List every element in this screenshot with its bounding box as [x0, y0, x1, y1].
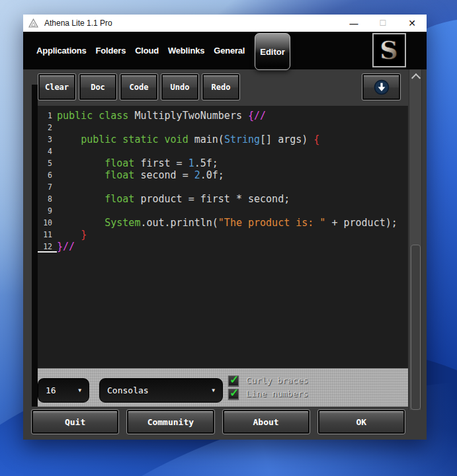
scroll-up-icon[interactable] — [411, 73, 421, 83]
code-line: 1public class MultiplyTwoNumbers {// — [38, 110, 408, 122]
panel-left-edge — [32, 85, 38, 407]
code-token: String — [224, 134, 260, 145]
content-frame: ClearDocCodeUndoRedo 1public class Multi… — [23, 69, 427, 440]
minimize-button[interactable]: — — [339, 15, 368, 32]
code-line: 10 System.out.println("The product is: "… — [38, 217, 408, 229]
code-token: + product); — [325, 217, 397, 229]
code-token: {// — [248, 110, 266, 122]
code-token: System — [104, 217, 140, 229]
code-token: float — [104, 157, 134, 169]
menu-item-cloud[interactable]: Cloud — [135, 46, 159, 56]
code-token: second = — [134, 169, 194, 181]
footer-buttons: QuitCommunityAboutOK — [32, 410, 405, 434]
code-token: 1 — [188, 157, 194, 169]
community-button[interactable]: Community — [127, 410, 214, 434]
redo-button[interactable]: Redo — [202, 74, 239, 100]
menu-item-applications[interactable]: Applications — [36, 46, 87, 56]
code-line: 8 float product = first * second; — [38, 193, 408, 205]
menu-item-folders[interactable]: Folders — [96, 46, 126, 56]
down-arrow-icon — [374, 79, 390, 95]
checkbox-label: Line numbers — [246, 389, 308, 399]
menu-item-weblinks[interactable]: Weblinks — [168, 46, 204, 56]
line-number: 12 — [38, 241, 57, 253]
code-token: .5f; — [194, 157, 218, 169]
code-line: 7 — [38, 181, 408, 193]
code-line: 6 float second = 2.0f; — [38, 169, 408, 181]
line-number: 8 — [38, 193, 57, 205]
chevron-down-icon: ▼ — [212, 387, 215, 393]
code-token: .out.println( — [140, 217, 218, 229]
code-token: MultiplyTwoNumbers — [128, 110, 248, 122]
line-number: 10 — [38, 217, 57, 229]
app-triangle-icon — [28, 19, 39, 28]
code-token — [57, 134, 81, 145]
window-title: Athena Lite 1.1 Pro — [44, 19, 112, 28]
menu-bar: ApplicationsFoldersCloudWeblinksGeneral … — [23, 32, 427, 69]
font-size-dropdown[interactable]: 16 ▼ — [38, 378, 89, 403]
font-family-dropdown[interactable]: Consolas ▼ — [99, 378, 223, 403]
tab-editor[interactable]: Editor — [255, 33, 290, 70]
code-token: [] args) — [260, 134, 313, 145]
close-button[interactable]: ✕ — [397, 15, 427, 32]
title-bar: Athena Lite 1.1 Pro — ☐ ✕ — [23, 15, 427, 32]
code-token — [57, 229, 81, 241]
code-line: 3 public static void main(String[] args)… — [38, 134, 408, 145]
menu-item-general[interactable]: General — [214, 46, 245, 56]
chevron-down-icon: ▼ — [78, 387, 81, 393]
maximize-button[interactable]: ☐ — [368, 15, 397, 32]
code-token: first = — [134, 157, 188, 169]
code-token: 2 — [194, 169, 200, 181]
line-number: 6 — [38, 169, 57, 181]
code-token: "The product is: " — [218, 217, 326, 229]
checkbox[interactable]: ✓ — [228, 389, 239, 399]
line-number: 3 — [38, 134, 57, 145]
code-token: product = first * second; — [134, 193, 290, 205]
toolbar: ClearDocCodeUndoRedo — [38, 74, 239, 100]
code-token: .0f; — [200, 169, 224, 181]
code-token — [57, 193, 104, 205]
window-controls: — ☐ ✕ — [339, 15, 427, 32]
download-arrow-button[interactable] — [362, 74, 400, 100]
code-token — [57, 157, 104, 169]
scrollbar-thumb[interactable] — [411, 245, 421, 410]
app-logo: S — [372, 33, 406, 67]
doc-button[interactable]: Doc — [79, 74, 116, 100]
svg-text:S: S — [380, 36, 397, 65]
font-family-value: Consolas — [107, 385, 149, 395]
app-window: Athena Lite 1.1 Pro — ☐ ✕ ApplicationsFo… — [23, 15, 427, 440]
code-token: float — [104, 169, 134, 181]
monogram-icon: S — [375, 36, 403, 65]
checkbox-row-line-numbers: ✓Line numbers — [228, 387, 308, 400]
code-editor[interactable]: 1public class MultiplyTwoNumbers {//23 p… — [38, 106, 408, 368]
line-number: 9 — [38, 205, 57, 217]
clear-button[interactable]: Clear — [38, 74, 75, 100]
about-button[interactable]: About — [223, 410, 310, 434]
code-token — [57, 217, 104, 229]
menu-items: ApplicationsFoldersCloudWeblinksGeneral — [36, 46, 254, 56]
code-token: public class — [57, 110, 128, 122]
code-token: public static void — [81, 134, 188, 145]
code-line: 11 } — [38, 229, 408, 241]
check-icon: ✓ — [229, 386, 239, 400]
code-line: 9 — [38, 205, 408, 217]
undo-button[interactable]: Undo — [161, 74, 198, 100]
editor-settings-panel: 16 ▼ Consolas ▼ ✓Curly braces✓Line numbe… — [38, 368, 408, 407]
code-token: { — [313, 134, 319, 145]
code-token: }// — [57, 241, 75, 253]
line-number: 2 — [38, 122, 57, 134]
code-line: 5 float first = 1.5f; — [38, 157, 408, 169]
code-line: 12}// — [38, 241, 408, 253]
checkbox-group: ✓Curly braces✓Line numbers — [228, 374, 308, 400]
ok-button[interactable]: OK — [318, 410, 405, 434]
vertical-scrollbar[interactable] — [409, 69, 422, 410]
code-token: float — [104, 193, 134, 205]
line-number: 11 — [38, 229, 57, 241]
code-token — [57, 169, 104, 181]
code-line: 4 — [38, 145, 408, 157]
check-icon: ✓ — [229, 373, 239, 387]
line-number: 5 — [38, 157, 57, 169]
code-button[interactable]: Code — [120, 74, 157, 100]
quit-button[interactable]: Quit — [32, 410, 118, 434]
checkbox[interactable]: ✓ — [228, 376, 239, 386]
line-number: 1 — [38, 110, 57, 122]
